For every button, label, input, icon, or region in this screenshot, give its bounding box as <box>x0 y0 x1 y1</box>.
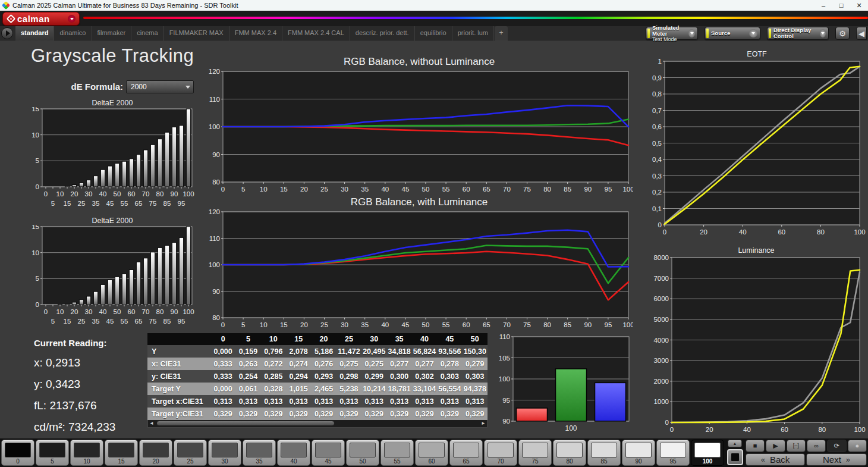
tab-priorit-lum[interactable]: priorit. lum <box>452 26 494 40</box>
pattern-level-button-95[interactable]: 95 <box>656 440 690 466</box>
current-reading-y: y: 0,3423 <box>34 378 115 391</box>
source-dropdown-label: Source <box>711 30 730 36</box>
pattern-level-button-50[interactable]: 50 <box>346 440 379 466</box>
pattern-level-button-65[interactable]: 65 <box>449 440 483 466</box>
table-cell: 0,313 <box>336 395 361 408</box>
back-chevron-icon: « <box>761 455 765 464</box>
stop-button[interactable]: ■ <box>746 440 765 452</box>
table-row: Target x:CIE310,3130,3130,3130,3130,3130… <box>147 395 488 408</box>
pattern-swatch <box>350 443 376 457</box>
title-bar: Calman 2025 Calman Ultimate for Business… <box>0 0 868 11</box>
next-button[interactable]: Next » <box>806 453 867 466</box>
svg-text:75: 75 <box>523 321 531 328</box>
table-column-header: 20 <box>311 333 336 345</box>
svg-text:45: 45 <box>106 318 114 325</box>
table-scrollbar[interactable]: ◄ ► <box>147 420 488 428</box>
collapse-panel-button[interactable]: ◀ <box>856 27 867 40</box>
pattern-level-button-0[interactable]: 0 <box>1 440 34 466</box>
deltae-top-chart-title: DeltaE 2000 <box>27 99 198 107</box>
play-button[interactable]: ▶ <box>766 440 785 452</box>
svg-text:0: 0 <box>663 228 666 236</box>
tab-filmmaker[interactable]: filmmaker <box>92 26 132 40</box>
pattern-level-button-75[interactable]: 75 <box>518 440 552 466</box>
pattern-level-button-100[interactable]: 100 <box>691 440 724 466</box>
logo-menu-caret[interactable] <box>68 15 76 23</box>
svg-text:15: 15 <box>64 200 71 207</box>
pattern-level-button-55[interactable]: 55 <box>380 440 414 466</box>
svg-text:55: 55 <box>442 321 450 328</box>
pattern-level-button-45[interactable]: 45 <box>312 440 345 466</box>
pattern-level-button-60[interactable]: 60 <box>415 440 448 466</box>
pattern-level-button-80[interactable]: 80 <box>553 440 586 466</box>
de-formula-select[interactable]: 2000 <box>126 80 194 93</box>
svg-text:5: 5 <box>36 157 39 164</box>
settings-gear-button[interactable]: ⚙ <box>835 27 850 40</box>
tab-fmm-max-2-4[interactable]: FMM MAX 2.4 <box>229 26 282 40</box>
transport-cluster: ▲ ■▶[–]∞⟳● « Back Next » <box>727 440 867 466</box>
tab-fmm-max-2-4-cal[interactable]: FMM MAX 2.4 CAL <box>282 26 350 40</box>
svg-text:30: 30 <box>85 190 93 198</box>
close-button[interactable]: ✕ <box>850 0 868 11</box>
pattern-level-button-20[interactable]: 20 <box>139 440 172 466</box>
source-dropdown[interactable]: Source <box>705 27 760 40</box>
svg-text:55: 55 <box>442 186 450 193</box>
refresh-button[interactable]: ⟳ <box>827 440 846 452</box>
calman-window: Calman 2025 Calman Ultimate for Business… <box>0 0 868 467</box>
tab-descriz-prior-dett-[interactable]: descriz. prior. dett. <box>350 26 415 40</box>
svg-text:55: 55 <box>121 200 128 207</box>
workflow-nav-row: « Back Next » <box>746 453 867 466</box>
tab-standard[interactable]: standard <box>15 26 54 40</box>
svg-text:110: 110 <box>209 235 220 242</box>
pattern-level-button-35[interactable]: 35 <box>243 440 276 466</box>
pattern-level-button-85[interactable]: 85 <box>587 440 621 466</box>
calman-logo-button[interactable]: calman <box>2 12 80 26</box>
rgb-without-plot: 8090100110120051015202530354045505560657… <box>205 69 633 196</box>
svg-text:100: 100 <box>622 321 633 328</box>
strip-expand-button[interactable]: ▲ <box>728 440 742 447</box>
scrollbar-thumb[interactable] <box>156 421 335 426</box>
pattern-swatch <box>453 443 479 457</box>
pattern-level-label: 35 <box>243 458 275 465</box>
tab-cinema[interactable]: cinema <box>131 26 163 40</box>
svg-text:15: 15 <box>32 225 39 230</box>
pattern-level-button-5[interactable]: 5 <box>36 440 69 466</box>
table-cell: 0,328 <box>261 383 286 395</box>
tab-filmmaker-max[interactable]: FILMMAKER MAX <box>164 26 229 40</box>
minimize-button[interactable]: – <box>814 0 832 11</box>
add-tab-button[interactable]: + <box>495 26 508 40</box>
pattern-level-button-40[interactable]: 40 <box>277 440 310 466</box>
current-reading-fl: fL: 2137,676 <box>34 399 115 412</box>
svg-text:15: 15 <box>280 321 288 328</box>
pattern-level-button-10[interactable]: 10 <box>70 440 103 466</box>
pattern-window-button[interactable] <box>727 449 743 465</box>
tab-equilibrio[interactable]: equilibrio <box>415 26 452 40</box>
pattern-level-button-70[interactable]: 70 <box>484 440 517 466</box>
svg-text:6000: 6000 <box>653 295 669 302</box>
table-cell: 20,495 <box>361 345 386 358</box>
simulated-meter-dropdown[interactable]: Simulated Meter Test Mode <box>646 27 698 40</box>
deltae-top-chart: DeltaE 2000 0510150510152025303540455055… <box>27 99 198 212</box>
meter-status-button[interactable]: ● <box>848 440 867 452</box>
workflow-nav-button[interactable] <box>1 27 13 39</box>
direct-display-control-dropdown[interactable]: Direct Display Control <box>767 27 829 40</box>
back-button[interactable]: « Back <box>746 453 805 466</box>
svg-text:35: 35 <box>361 186 369 193</box>
continuous-button[interactable]: ∞ <box>807 440 826 452</box>
table-row: x: CIE310,3330,2630,2720,2740,2760,2750,… <box>147 358 488 370</box>
pattern-level-button-25[interactable]: 25 <box>174 440 207 466</box>
scroll-right-icon[interactable]: ► <box>480 420 487 427</box>
table-column-header: 40 <box>412 333 437 345</box>
table-cell: 0,313 <box>412 395 437 408</box>
svg-text:35: 35 <box>92 318 100 325</box>
tab-dinamico[interactable]: dinamico <box>54 26 92 40</box>
scroll-left-icon[interactable]: ◄ <box>148 420 155 427</box>
pattern-level-button-90[interactable]: 90 <box>622 440 655 466</box>
table-cell: 0,329 <box>412 408 437 420</box>
table-cell: 0,277 <box>386 358 411 370</box>
maximize-button[interactable]: □ <box>832 0 850 11</box>
pattern-level-label: 10 <box>71 458 103 465</box>
pattern-level-button-15[interactable]: 15 <box>105 440 138 466</box>
pattern-level-button-30[interactable]: 30 <box>208 440 241 466</box>
svg-text:60: 60 <box>463 321 470 328</box>
range-button[interactable]: [–] <box>787 440 806 452</box>
